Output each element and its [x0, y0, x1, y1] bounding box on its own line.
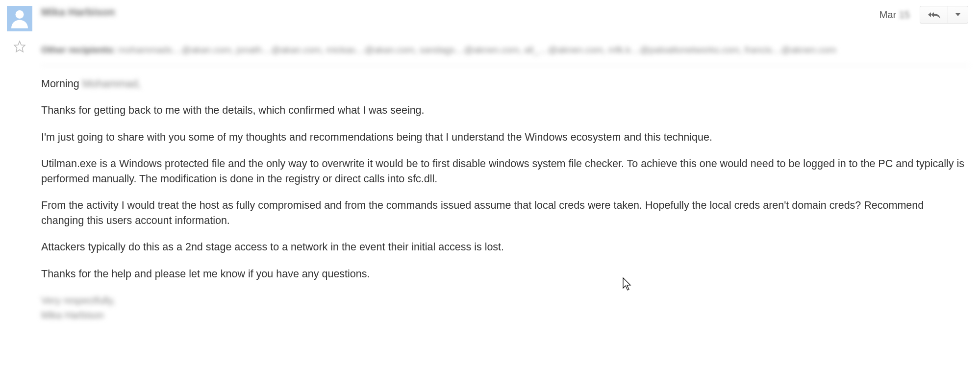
star-button[interactable]	[13, 40, 26, 53]
action-buttons	[920, 6, 968, 24]
left-column	[4, 4, 35, 322]
body-p4: From the activity I would treat the host…	[41, 198, 968, 228]
body-p3: Utilman.exe is a Windows protected file …	[41, 156, 968, 186]
date-day: 15	[899, 9, 910, 20]
person-icon	[11, 9, 28, 28]
more-actions-button[interactable]	[948, 6, 968, 23]
signature-line1: Very respectfully,	[41, 293, 968, 308]
greeting: Morning Mohammad,	[41, 76, 968, 92]
greeting-prefix: Morning	[41, 78, 82, 90]
email-header: Mika Harbison Mar 15	[41, 4, 968, 24]
email-body: Morning Mohammad, Thanks for getting bac…	[41, 76, 968, 323]
signature: Very respectfully, Mika Harbison	[41, 293, 968, 322]
svg-point-0	[16, 10, 24, 19]
reply-all-icon	[927, 10, 941, 19]
reply-all-button[interactable]	[920, 6, 948, 23]
signature-line2: Mika Harbison	[41, 308, 968, 322]
sender-name[interactable]: Mika Harbison	[41, 6, 115, 19]
body-p1: Thanks for getting back to me with the d…	[41, 103, 968, 118]
svg-marker-1	[14, 41, 25, 52]
body-p6: Thanks for the help and please let me kn…	[41, 267, 968, 282]
recipients-list: mohammads…@akan.com, jonath…@akan.com, m…	[118, 45, 836, 55]
recipients-row[interactable]: Other recipients: mohammads…@akan.com, j…	[41, 43, 968, 66]
main-column: Mika Harbison Mar 15	[35, 4, 980, 322]
svg-marker-2	[955, 13, 960, 16]
body-p2: I'm just going to share with you some of…	[41, 130, 968, 145]
recipients-label: Other recipients:	[41, 45, 116, 55]
star-icon	[13, 40, 26, 53]
date-month: Mar	[879, 9, 899, 20]
email-date: Mar 15	[879, 9, 910, 21]
avatar[interactable]	[7, 6, 32, 31]
caret-down-icon	[955, 13, 960, 16]
email-container: Mika Harbison Mar 15	[0, 0, 980, 322]
header-right: Mar 15	[879, 6, 968, 24]
greeting-name: Mohammad,	[82, 78, 141, 90]
body-p5: Attackers typically do this as a 2nd sta…	[41, 240, 968, 255]
